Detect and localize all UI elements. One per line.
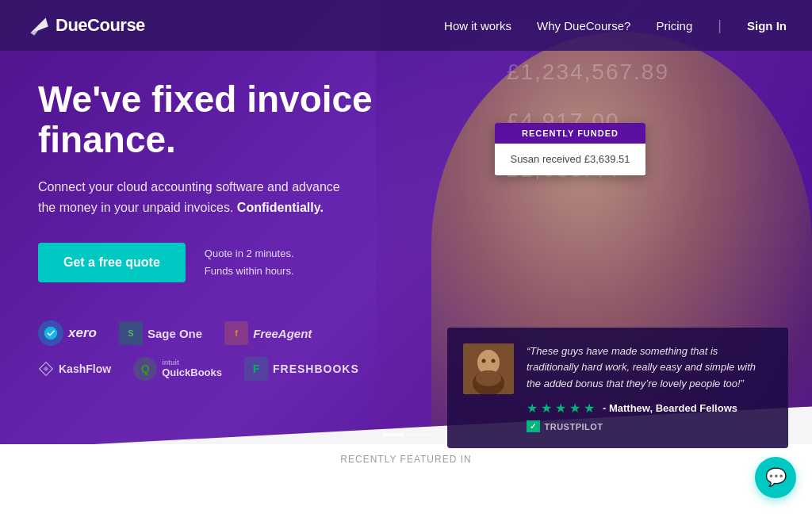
logo[interactable]: DueCourse xyxy=(25,13,145,38)
funded-badge: RECENTLY FUNDED Susan received £3,639.51 xyxy=(495,123,645,175)
cta-meta: Quote in 2 minutes. Funds within hours. xyxy=(205,245,294,280)
kashflow-icon xyxy=(38,361,54,377)
svg-marker-0 xyxy=(30,17,48,33)
scroll-dot-2 xyxy=(408,433,430,436)
hero-subtitle-strong: Confidentially. xyxy=(237,201,324,214)
cta-meta-line2: Funds within hours. xyxy=(205,263,294,280)
svg-point-2 xyxy=(44,327,58,340)
star-1: ★ xyxy=(527,401,538,416)
bottom-section: RECENTLY FEATURED IN xyxy=(0,444,812,492)
hero-section: £1,234,567.89 £4,917.00 £2,089.44 RECENT… xyxy=(0,0,812,492)
nav-links: How it works Why DueCourse? Pricing | Si… xyxy=(444,17,787,34)
scroll-dot-1 xyxy=(382,433,404,436)
partner-quickbooks: Q intuit QuickBooks xyxy=(133,357,222,381)
star-5: ★ xyxy=(584,401,595,416)
nav-why-duecourse[interactable]: Why DueCourse? xyxy=(537,19,630,33)
testimonial-card: “These guys have made something that is … xyxy=(447,328,788,448)
freeagent-label: FreeAgent xyxy=(253,327,312,340)
testimonial-content: “These guys have made something that is … xyxy=(527,343,772,432)
partner-sage: S Sage One xyxy=(119,321,202,345)
trustpilot-label: TRUSTPILOT xyxy=(545,422,603,432)
sage-label: Sage One xyxy=(147,327,202,340)
testimonial-stars: ★ ★ ★ ★ ★ - Matthew, Bearded Fellows xyxy=(527,401,772,416)
nav-how-it-works[interactable]: How it works xyxy=(444,19,511,33)
cta-button[interactable]: Get a free quote xyxy=(38,243,186,282)
svg-point-7 xyxy=(482,359,486,362)
testimonial-quote: “These guys have made something that is … xyxy=(527,343,772,393)
xero-icon xyxy=(38,320,63,346)
partners-row-2: KashFlow Q intuit QuickBooks F xyxy=(38,357,466,381)
svg-point-6 xyxy=(476,370,501,386)
chat-icon: 💬 xyxy=(765,467,787,488)
testimonial-author: - Matthew, Bearded Fellows xyxy=(603,402,737,414)
scroll-indicator xyxy=(382,433,430,436)
partner-logos: xero S Sage One f FreeAgent xyxy=(38,320,466,381)
quickbooks-icon: Q xyxy=(133,357,157,381)
xero-label: xero xyxy=(68,325,97,341)
trustpilot-icon: ✓ xyxy=(527,420,540,432)
quickbooks-text: intuit QuickBooks xyxy=(162,359,222,378)
partner-kashflow: KashFlow xyxy=(38,361,111,377)
trustpilot: ✓ TRUSTPILOT xyxy=(527,420,772,432)
star-4: ★ xyxy=(569,401,580,416)
testimonial-avatar xyxy=(463,343,514,394)
freshbooks-icon: F xyxy=(244,357,268,381)
recently-featured-label: RECENTLY FEATURED IN xyxy=(340,454,471,465)
logo-icon xyxy=(25,13,51,38)
hero-content: We've fixed invoice finance. Connect you… xyxy=(38,79,466,381)
partner-freeagent: f FreeAgent xyxy=(224,321,312,345)
cta-area: Get a free quote Quote in 2 minutes. Fun… xyxy=(38,243,466,282)
funded-badge-body: Susan received £3,639.51 xyxy=(495,144,645,175)
kashflow-label: KashFlow xyxy=(59,362,111,375)
nav-divider: | xyxy=(718,17,722,34)
logo-text: DueCourse xyxy=(56,15,145,36)
star-3: ★ xyxy=(555,401,566,416)
screen-number-1: £1,234,567.89 xyxy=(507,48,669,97)
nav-pricing[interactable]: Pricing xyxy=(656,19,692,33)
star-2: ★ xyxy=(541,401,552,416)
hero-title: We've fixed invoice finance. xyxy=(38,79,466,159)
navbar: DueCourse How it works Why DueCourse? Pr… xyxy=(0,0,812,51)
freeagent-icon: f xyxy=(224,321,248,345)
freshbooks-label: FreshBooks xyxy=(273,362,359,375)
chat-button[interactable]: 💬 xyxy=(755,457,796,498)
partner-freshbooks: F FreshBooks xyxy=(244,357,359,381)
hero-subtitle: Connect your cloud accounting software a… xyxy=(38,177,355,217)
sage-icon: S xyxy=(119,321,143,345)
quickbooks-label: QuickBooks xyxy=(162,367,222,378)
svg-point-8 xyxy=(492,359,496,362)
partners-row-1: xero S Sage One f FreeAgent xyxy=(38,320,466,346)
nav-sign-in[interactable]: Sign In xyxy=(747,19,787,33)
funded-badge-header: RECENTLY FUNDED xyxy=(495,123,645,144)
cta-meta-line1: Quote in 2 minutes. xyxy=(205,245,294,263)
partner-xero: xero xyxy=(38,320,97,346)
